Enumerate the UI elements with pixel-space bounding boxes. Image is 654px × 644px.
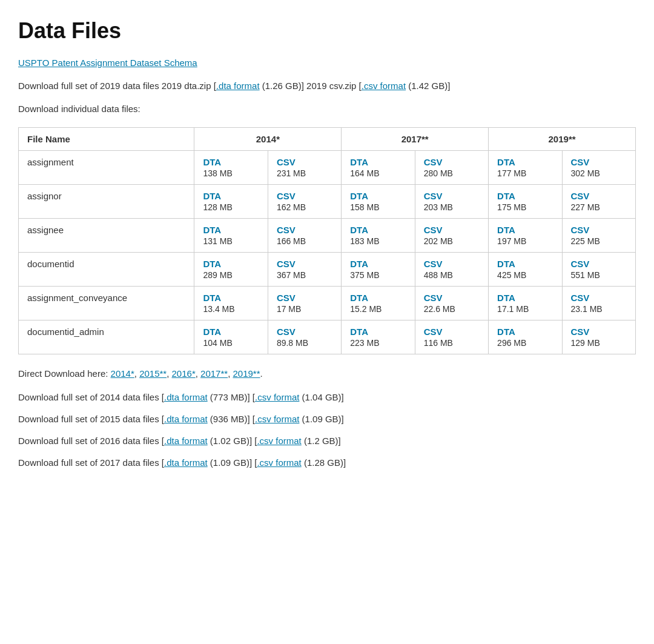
dta-cell: DTA289 MB [194, 253, 268, 287]
csv-cell: CSV551 MB [562, 253, 636, 287]
dta-format-link[interactable]: .dta format [164, 457, 208, 468]
csv-link[interactable]: CSV [424, 259, 480, 269]
csv-size: 162 MB [277, 202, 332, 212]
csv-cell: CSV203 MB [415, 185, 488, 219]
dta-size: 183 MB [350, 236, 406, 246]
csv-link[interactable]: CSV [571, 225, 627, 235]
csv-size: 23.1 MB [571, 304, 627, 314]
csv-format-link[interactable]: .csv format [257, 457, 301, 468]
csv-link[interactable]: CSV [424, 191, 480, 201]
csv-link[interactable]: CSV [277, 327, 332, 337]
csv-cell: CSV166 MB [268, 219, 341, 253]
csv-format-link-top[interactable]: .csv format [362, 81, 406, 91]
dta-link[interactable]: DTA [350, 293, 406, 303]
dta-link[interactable]: DTA [497, 157, 553, 167]
dta-link[interactable]: DTA [203, 327, 259, 337]
direct-download-link-2019[interactable]: 2019** [233, 368, 260, 379]
csv-cell: CSV129 MB [562, 320, 636, 354]
dta-cell: DTA13.4 MB [194, 287, 268, 320]
csv-link[interactable]: CSV [571, 293, 627, 303]
csv-cell: CSV162 MB [268, 185, 341, 219]
dta-cell: DTA128 MB [194, 185, 268, 219]
dta-cell: DTA131 MB [194, 219, 268, 253]
dta-link[interactable]: DTA [350, 259, 406, 269]
csv-format-link[interactable]: .csv format [255, 392, 299, 402]
dta-link[interactable]: DTA [497, 327, 553, 337]
schema-link[interactable]: USPTO Patent Assignment Dataset Schema [18, 58, 197, 68]
csv-size: 231 MB [277, 168, 332, 178]
csv-link[interactable]: CSV [571, 157, 627, 167]
table-row: assignment_conveyanceDTA13.4 MBCSV17 MBD… [19, 287, 636, 320]
dta-cell: DTA177 MB [489, 151, 562, 185]
csv-size: 166 MB [277, 236, 332, 246]
dta-link[interactable]: DTA [497, 191, 553, 201]
csv-link[interactable]: CSV [424, 293, 480, 303]
table-row: documentid_adminDTA104 MBCSV89.8 MBDTA22… [19, 320, 636, 354]
full-set-2019-line: Download full set of 2019 data files 201… [18, 79, 636, 93]
csv-size: 203 MB [424, 202, 480, 212]
direct-download-label: Direct Download here: [18, 368, 111, 379]
dta-cell: DTA183 MB [342, 219, 415, 253]
dta-link[interactable]: DTA [350, 191, 406, 201]
csv-size: 488 MB [424, 270, 480, 280]
table-row: assigneeDTA131 MBCSV166 MBDTA183 MBCSV20… [19, 219, 636, 253]
csv-size: 280 MB [424, 168, 480, 178]
dta-format-link[interactable]: .dta format [164, 436, 208, 446]
dta-cell: DTA425 MB [489, 253, 562, 287]
dta-link[interactable]: DTA [203, 225, 259, 235]
dta-size: 223 MB [350, 338, 406, 348]
dta-size: 296 MB [497, 338, 553, 348]
col-filename: File Name [19, 128, 194, 151]
dta-link[interactable]: DTA [203, 293, 259, 303]
download-line: Download full set of 2017 data files [.d… [18, 456, 636, 470]
csv-size: 129 MB [571, 338, 627, 348]
csv-cell: CSV89.8 MB [268, 320, 341, 354]
csv-link[interactable]: CSV [277, 191, 332, 201]
csv-link[interactable]: CSV [277, 293, 332, 303]
dta-cell: DTA296 MB [489, 320, 562, 354]
dta-link[interactable]: DTA [497, 225, 553, 235]
csv-format-link[interactable]: .csv format [257, 436, 301, 446]
direct-download-link-2014[interactable]: 2014* [111, 368, 134, 379]
csv-link[interactable]: CSV [424, 225, 480, 235]
csv-format-link[interactable]: .csv format [255, 414, 299, 424]
dta-link[interactable]: DTA [497, 259, 553, 269]
dta-link[interactable]: DTA [203, 157, 259, 167]
csv-link[interactable]: CSV [424, 327, 480, 337]
dta-link[interactable]: DTA [203, 191, 259, 201]
dta-link[interactable]: DTA [350, 157, 406, 167]
csv-cell: CSV22.6 MB [415, 287, 488, 320]
csv-link[interactable]: CSV [571, 191, 627, 201]
csv-link[interactable]: CSV [571, 327, 627, 337]
csv-link[interactable]: CSV [277, 225, 332, 235]
direct-download-link-2017[interactable]: 2017** [200, 368, 228, 379]
dta-link[interactable]: DTA [497, 293, 553, 303]
csv-cell: CSV17 MB [268, 287, 341, 320]
file-name-cell: assignment_conveyance [19, 287, 194, 320]
direct-download-line: Direct Download here: 2014*, 2015**, 201… [18, 365, 636, 382]
csv-size: 116 MB [424, 338, 480, 348]
dta-cell: DTA223 MB [342, 320, 415, 354]
dta-link[interactable]: DTA [203, 259, 259, 269]
dta-size: 138 MB [203, 168, 259, 178]
csv-link[interactable]: CSV [277, 259, 332, 269]
dta-link[interactable]: DTA [350, 327, 406, 337]
csv-link[interactable]: CSV [571, 259, 627, 269]
direct-download-link-2016[interactable]: 2016* [172, 368, 196, 379]
dta-format-link[interactable]: .dta format [164, 392, 208, 402]
file-name-cell: assignment [19, 151, 194, 185]
direct-download-link-2015[interactable]: 2015** [139, 368, 167, 379]
csv-cell: CSV302 MB [562, 151, 636, 185]
download-line: Download full set of 2014 data files [.d… [18, 390, 636, 405]
dta-link[interactable]: DTA [350, 225, 406, 235]
csv-link[interactable]: CSV [424, 157, 480, 167]
col-2014: 2014* [194, 128, 342, 151]
dta-format-link[interactable]: .dta format [164, 414, 208, 424]
csv-size: 302 MB [571, 168, 627, 178]
dta-size: 289 MB [203, 270, 259, 280]
csv-link[interactable]: CSV [277, 157, 332, 167]
csv-size: 225 MB [571, 236, 627, 246]
csv-cell: CSV225 MB [562, 219, 636, 253]
download-line: Download full set of 2016 data files [.d… [18, 434, 636, 448]
dta-format-link-top[interactable]: .dta format [216, 81, 260, 91]
